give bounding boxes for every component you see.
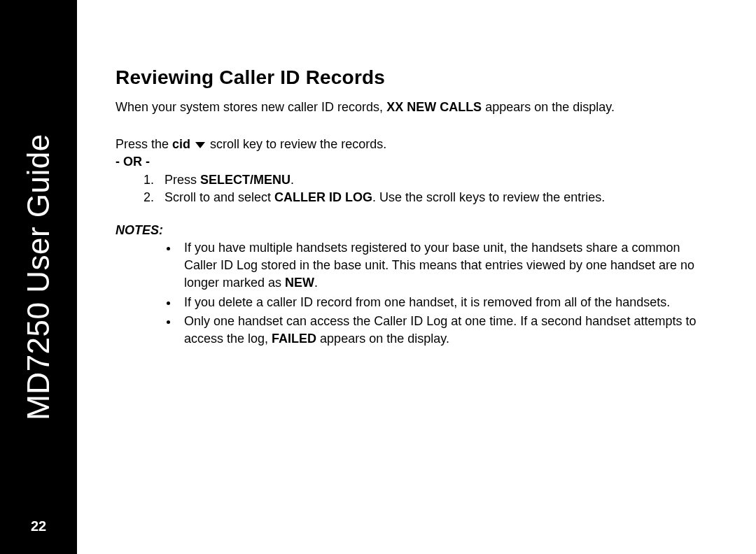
page-heading: Reviewing Caller ID Records [115,66,714,89]
intro-post: appears on the display. [482,100,615,114]
main-content: Reviewing Caller ID Records When your sy… [77,0,756,554]
step-post: . Use the scroll keys to review the entr… [372,190,605,204]
note-item: If you have multiple handsets registered… [178,239,714,292]
step-item: Press SELECT/MENU. [158,171,714,189]
sidebar: MD7250 User Guide 22 [0,0,77,554]
intro-paragraph: When your system stores new caller ID re… [115,99,714,116]
instruction-line: Press the cid scroll key to review the r… [115,136,714,153]
down-arrow-icon [195,142,205,148]
instr-post: scroll key to review the records. [206,137,386,151]
notes-label: NOTES: [115,223,714,238]
instr-pre: Press the [115,137,172,151]
note-pre: If you have multiple handsets registered… [184,241,694,290]
notes-list: If you have multiple handsets registered… [115,239,714,348]
page-number: 22 [0,518,77,534]
step-bold: SELECT/MENU [200,173,290,187]
note-item: If you delete a caller ID record from on… [178,294,714,311]
step-item: Scroll to and select CALLER ID LOG. Use … [158,189,714,206]
step-pre: Scroll to and select [164,190,274,204]
sidebar-title: MD7250 User Guide [21,134,56,420]
intro-pre: When your system stores new caller ID re… [115,100,386,114]
step-bold: CALLER ID LOG [274,190,372,204]
intro-bold: XX NEW CALLS [386,100,482,114]
note-item: Only one handset can access the Caller I… [178,313,714,348]
note-bold: NEW [285,276,314,290]
note-post: appears on the display. [316,332,449,346]
instr-bold: cid [172,137,190,151]
or-separator: - OR - [115,153,714,171]
step-post: . [290,173,294,187]
step-pre: Press [164,173,200,187]
note-post: . [314,276,318,290]
note-pre: If you delete a caller ID record from on… [184,295,670,309]
steps-list: Press SELECT/MENU. Scroll to and select … [115,171,714,206]
note-bold: FAILED [272,332,316,346]
